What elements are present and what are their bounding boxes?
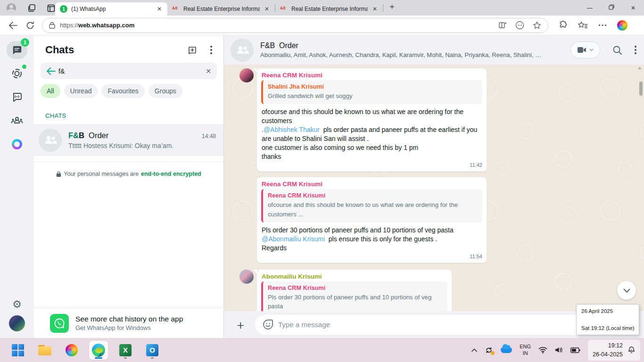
copilot-icon[interactable] (617, 20, 627, 31)
chat-header[interactable]: F&B Order Abonmailiu, Amit, Ashok, Aurne… (224, 35, 644, 65)
sender-avatar[interactable] (239, 68, 254, 82)
battery-icon[interactable] (570, 347, 580, 353)
new-tab-button[interactable]: ＋ (388, 1, 396, 12)
tab-actions-icon[interactable] (47, 4, 55, 12)
quote-text: ofcourse and this should be known to us … (268, 200, 478, 219)
message-bubble[interactable]: Reena CRM Krisumi Reena CRM Krisumi ofco… (257, 177, 644, 263)
tab-close-icon[interactable]: ✕ (372, 6, 378, 12)
chat-list-item-fb-order[interactable]: F&B Order 14:48 Tttttt Hostess Krisumi: … (34, 124, 223, 156)
search-back-icon[interactable] (46, 67, 56, 75)
tab-whatsapp[interactable]: 1 (1) WhatsApp ✕ (55, 2, 167, 16)
nav-status[interactable] (7, 65, 27, 82)
back-icon[interactable] (8, 22, 17, 29)
mention-link[interactable]: @Abhishek Thakur (264, 126, 320, 133)
profile-avatar[interactable] (9, 315, 25, 331)
chats-unread-badge: 1 (21, 38, 29, 47)
excel-button[interactable]: X (116, 341, 135, 360)
tooltip-date: 26 April 2025 (581, 308, 634, 314)
mention-link[interactable]: @Abonmailiu Krisumi (262, 235, 325, 243)
browser-profile-icon[interactable] (7, 3, 16, 13)
window-minimize-button[interactable]: — (579, 5, 601, 11)
clock-area[interactable]: 19:1226-04-2025 z (588, 340, 640, 361)
quote-sender: Reena CRM Krisumi (268, 284, 443, 291)
message-sender[interactable]: Reena CRM Krisumi (262, 181, 482, 188)
windows-taskbar: X O ENGIN 19:1226-04-2025 z (0, 338, 644, 362)
file-explorer-button[interactable] (35, 341, 54, 360)
filter-all[interactable]: All (41, 84, 60, 98)
lock-icon[interactable] (49, 22, 55, 29)
sync-icon[interactable] (485, 346, 493, 354)
meta-ai-icon (12, 139, 22, 149)
windows-logo-icon (12, 344, 24, 356)
tab-real-estate-1[interactable]: 4.0 Real Estate Enterprise Information ✕ (167, 2, 275, 16)
video-call-button[interactable] (570, 41, 600, 58)
window-restore-button[interactable] (601, 4, 622, 11)
attach-plus-icon[interactable]: ＋ (234, 319, 247, 331)
nav-channels[interactable] (7, 88, 27, 106)
status-icon (11, 68, 23, 79)
settings-gear-icon[interactable]: ⚙ (12, 298, 22, 311)
nav-chats[interactable]: 1 (7, 41, 27, 59)
url-text[interactable]: https://web.whatsapp.com (60, 22, 499, 29)
copilot-button[interactable] (62, 341, 81, 360)
tab-close-icon[interactable]: ✕ (264, 6, 270, 12)
filter-unread[interactable]: Unread (64, 84, 98, 98)
scroll-to-bottom-button[interactable] (617, 281, 636, 300)
wifi-icon[interactable] (538, 346, 547, 354)
search-input[interactable] (58, 67, 206, 75)
datetime-tooltip: 26 April 2025 Sat 19:12 (Local time) (576, 304, 639, 335)
language-indicator[interactable]: ENGIN (520, 344, 531, 357)
excel-icon: X (119, 344, 132, 356)
get-app-banner[interactable]: See more chat history on the app Get Wha… (34, 308, 223, 338)
window-close-button[interactable]: ✕ (622, 5, 644, 11)
volume-icon[interactable] (555, 346, 563, 354)
quoted-message[interactable]: Reena CRM Krisumi ofcourse and this shou… (261, 189, 482, 222)
message-bubble[interactable]: Reena CRM Krisumi Shalini Jha Krisumi Gr… (257, 68, 644, 172)
tray-date: 26-04-2025 (593, 350, 623, 359)
extensions-icon[interactable] (559, 21, 568, 30)
real-estate-favicon: 4.0 (172, 6, 180, 12)
notification-bell-icon[interactable]: z (627, 346, 636, 354)
settings-menu-icon[interactable] (598, 24, 607, 26)
address-bar[interactable]: https://web.whatsapp.com (42, 18, 548, 33)
collections-icon[interactable] (578, 21, 588, 30)
chat-search-icon[interactable] (612, 45, 622, 55)
filter-favourites[interactable]: Favourites (101, 84, 144, 98)
quoted-message[interactable]: Shalini Jha Krisumi Grilled sandwich wil… (261, 80, 482, 104)
chat-menu-icon[interactable] (635, 46, 636, 54)
message-history[interactable]: Reena CRM Krisumi Shalini Jha Krisumi Gr… (224, 65, 644, 311)
new-chat-icon[interactable] (188, 45, 197, 55)
nav-communities[interactable] (7, 112, 27, 130)
chat-name: F&B Order (68, 131, 202, 140)
message-sender[interactable]: Reena CRM Krisumi (262, 72, 482, 79)
start-button[interactable] (8, 341, 27, 360)
workspaces-icon[interactable] (27, 4, 36, 12)
tab-real-estate-2[interactable]: 4.0 Real Estate Enterprise Information ✕ (275, 2, 383, 16)
emoji-icon[interactable] (263, 319, 273, 330)
message-sender[interactable]: Abonmailiu Krisumi (262, 273, 447, 280)
more-tools-icon[interactable] (515, 21, 524, 30)
sender-avatar[interactable] (239, 270, 254, 284)
tooltip-time: Sat 19:12 (Local time) (581, 325, 634, 331)
filter-groups[interactable]: Groups (149, 84, 182, 98)
favorite-star-icon[interactable] (533, 21, 541, 29)
split-screen-icon[interactable] (499, 21, 507, 29)
chats-section-label: CHATS (34, 102, 223, 124)
nav-meta-ai[interactable] (7, 135, 27, 153)
search-clear-icon[interactable]: ✕ (206, 67, 211, 75)
real-estate-favicon: 4.0 (280, 6, 288, 12)
group-avatar[interactable] (231, 39, 254, 62)
screen: 1 (1) WhatsApp ✕ 4.0 Real Estate Enterpr… (0, 0, 644, 362)
onedrive-icon[interactable] (501, 347, 512, 353)
edge-icon (92, 344, 105, 357)
encryption-link[interactable]: end-to-end encrypted (141, 171, 201, 177)
chats-menu-icon[interactable] (210, 46, 212, 54)
tab-close-icon[interactable]: ✕ (156, 6, 163, 12)
outlook-button[interactable]: O (143, 341, 162, 360)
tray-expand-icon[interactable] (471, 348, 477, 352)
quoted-message[interactable]: Reena CRM Krisumi Pls order 30 portions … (261, 281, 447, 311)
refresh-icon[interactable] (26, 21, 34, 30)
message-text: ofcourse and this should be known to us … (262, 107, 482, 161)
edge-button[interactable] (89, 341, 108, 360)
search-bar[interactable]: ✕ (41, 63, 217, 79)
